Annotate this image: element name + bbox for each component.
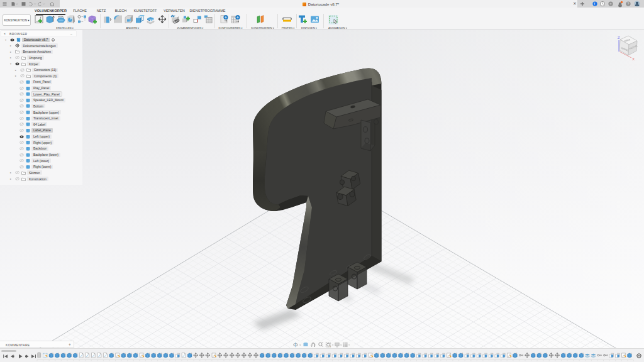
svg-text:Z: Z <box>618 36 620 40</box>
svg-text:X: X <box>632 57 635 61</box>
svg-text:?: ? <box>627 2 629 6</box>
